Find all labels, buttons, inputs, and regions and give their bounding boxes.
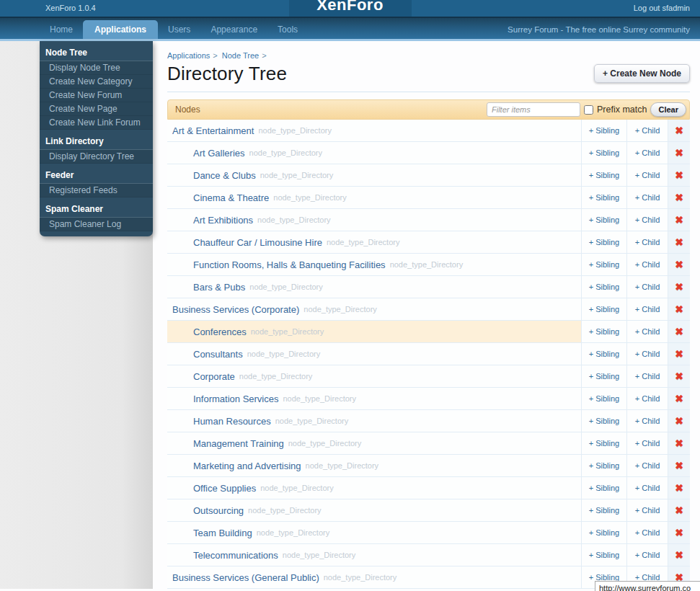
node-link[interactable]: Telecommunications <box>193 550 278 561</box>
delete-node-icon[interactable]: ✖ <box>675 483 683 493</box>
add-child-link[interactable]: + Child <box>635 193 660 202</box>
breadcrumb-link-node-tree[interactable]: Node Tree <box>222 51 259 60</box>
delete-node-icon[interactable]: ✖ <box>675 282 683 292</box>
delete-node-icon[interactable]: ✖ <box>675 237 683 247</box>
node-link[interactable]: Bars & Pubs <box>193 282 245 293</box>
logout-link[interactable]: Log out sfadmin <box>634 4 690 12</box>
create-new-node-button[interactable]: + Create New Node <box>594 64 690 83</box>
node-link[interactable]: Art Galleries <box>193 148 245 159</box>
delete-node-icon[interactable]: ✖ <box>675 304 683 314</box>
node-link[interactable]: Consultants <box>193 349 243 360</box>
add-child-link[interactable]: + Child <box>635 238 660 246</box>
tab-applications[interactable]: Applications <box>83 20 158 39</box>
add-sibling-link[interactable]: + Sibling <box>589 193 620 202</box>
sidebar-item-display-node-tree[interactable]: Display Node Tree <box>40 61 153 74</box>
add-child-link[interactable]: + Child <box>635 372 660 381</box>
delete-node-icon[interactable]: ✖ <box>675 528 683 538</box>
tab-users[interactable]: Users <box>158 21 200 39</box>
node-link[interactable]: Chauffeur Car / Limousine Hire <box>193 237 322 248</box>
breadcrumb-link-applications[interactable]: Applications <box>167 51 210 60</box>
add-sibling-link[interactable]: + Sibling <box>589 283 620 291</box>
node-link[interactable]: Office Supplies <box>193 483 256 494</box>
add-sibling-link[interactable]: + Sibling <box>589 484 620 492</box>
add-sibling-link[interactable]: + Sibling <box>589 260 620 269</box>
add-child-link[interactable]: + Child <box>635 171 660 179</box>
delete-node-icon[interactable]: ✖ <box>675 148 683 158</box>
node-link[interactable]: Conferences <box>193 326 247 337</box>
sidebar-item-create-new-page[interactable]: Create New Page <box>40 102 153 115</box>
add-sibling-link[interactable]: + Sibling <box>589 528 620 537</box>
add-child-link[interactable]: + Child <box>635 215 660 224</box>
node-link[interactable]: Corporate <box>193 371 235 382</box>
sidebar-item-registered-feeds[interactable]: Registered Feeds <box>40 184 153 197</box>
node-link[interactable]: Business Services (General Public) <box>172 572 319 583</box>
add-sibling-link[interactable]: + Sibling <box>589 506 620 515</box>
node-link[interactable]: Outsourcing <box>193 505 244 516</box>
add-sibling-link[interactable]: + Sibling <box>589 394 620 403</box>
delete-node-icon[interactable]: ✖ <box>675 394 683 404</box>
add-child-link[interactable]: + Child <box>635 126 660 135</box>
add-child-link[interactable]: + Child <box>635 394 660 403</box>
add-child-link[interactable]: + Child <box>635 461 660 470</box>
node-link[interactable]: Function Rooms, Halls & Banqueting Facil… <box>193 259 386 270</box>
add-child-link[interactable]: + Child <box>635 528 660 537</box>
sidebar-item-create-new-category[interactable]: Create New Category <box>40 75 153 88</box>
add-sibling-link[interactable]: + Sibling <box>589 327 620 336</box>
delete-node-icon[interactable]: ✖ <box>675 215 683 225</box>
add-child-link[interactable]: + Child <box>635 260 660 269</box>
node-link[interactable]: Team Building <box>193 528 252 538</box>
sidebar-item-spam-cleaner-log[interactable]: Spam Cleaner Log <box>40 218 153 231</box>
add-child-link[interactable]: + Child <box>635 305 660 314</box>
add-sibling-link[interactable]: + Sibling <box>589 350 620 358</box>
delete-node-icon[interactable]: ✖ <box>675 349 683 359</box>
node-link[interactable]: Information Services <box>193 394 279 404</box>
add-sibling-link[interactable]: + Sibling <box>589 238 620 246</box>
add-child-link[interactable]: + Child <box>635 551 660 559</box>
prefix-match-checkbox[interactable] <box>584 105 593 115</box>
add-sibling-link[interactable]: + Sibling <box>589 215 620 224</box>
add-sibling-link[interactable]: + Sibling <box>589 372 620 381</box>
delete-node-icon[interactable]: ✖ <box>675 192 683 203</box>
node-link[interactable]: Management Training <box>193 438 284 449</box>
delete-node-icon[interactable]: ✖ <box>675 438 683 448</box>
tab-tools[interactable]: Tools <box>267 21 308 39</box>
sidebar-item-create-new-forum[interactable]: Create New Forum <box>40 89 153 102</box>
node-link[interactable]: Cinema & Theatre <box>193 192 269 203</box>
add-child-link[interactable]: + Child <box>635 484 660 492</box>
delete-node-icon[interactable]: ✖ <box>675 259 683 270</box>
add-sibling-link[interactable]: + Sibling <box>589 439 620 448</box>
add-child-link[interactable]: + Child <box>635 350 660 358</box>
add-child-link[interactable]: + Child <box>635 439 660 448</box>
delete-node-icon[interactable]: ✖ <box>675 326 683 337</box>
add-child-link[interactable]: + Child <box>635 283 660 291</box>
delete-node-icon[interactable]: ✖ <box>675 461 683 471</box>
add-child-link[interactable]: + Child <box>635 506 660 515</box>
delete-node-icon[interactable]: ✖ <box>675 371 683 381</box>
delete-node-icon[interactable]: ✖ <box>675 125 683 135</box>
tab-home[interactable]: Home <box>40 21 83 39</box>
delete-node-icon[interactable]: ✖ <box>675 416 683 426</box>
node-link[interactable]: Human Resources <box>193 416 271 427</box>
sidebar-item-create-new-link-forum[interactable]: Create New Link Forum <box>40 116 153 129</box>
add-sibling-link[interactable]: + Sibling <box>589 305 620 314</box>
add-sibling-link[interactable]: + Sibling <box>589 461 620 470</box>
add-sibling-link[interactable]: + Sibling <box>589 126 620 135</box>
delete-node-icon[interactable]: ✖ <box>675 170 683 180</box>
filter-input[interactable] <box>487 102 580 117</box>
clear-filter-button[interactable]: Clear <box>650 102 686 117</box>
sidebar-item-display-directory-tree[interactable]: Display Directory Tree <box>40 150 153 163</box>
node-link[interactable]: Dance & Clubs <box>193 170 256 181</box>
node-link[interactable]: Art Exhibitions <box>193 215 253 226</box>
add-sibling-link[interactable]: + Sibling <box>589 417 620 425</box>
add-sibling-link[interactable]: + Sibling <box>589 551 620 559</box>
node-link[interactable]: Business Services (Corporate) <box>172 304 299 315</box>
add-sibling-link[interactable]: + Sibling <box>589 171 620 179</box>
delete-node-icon[interactable]: ✖ <box>675 505 683 515</box>
add-child-link[interactable]: + Child <box>635 327 660 336</box>
tab-appearance[interactable]: Appearance <box>200 21 267 39</box>
node-link[interactable]: Marketing and Advertising <box>193 461 301 471</box>
node-link[interactable]: Art & Entertainment <box>172 125 254 136</box>
xenforo-logo[interactable]: XenForo <box>316 0 384 14</box>
add-child-link[interactable]: + Child <box>635 417 660 425</box>
add-sibling-link[interactable]: + Sibling <box>589 148 620 157</box>
